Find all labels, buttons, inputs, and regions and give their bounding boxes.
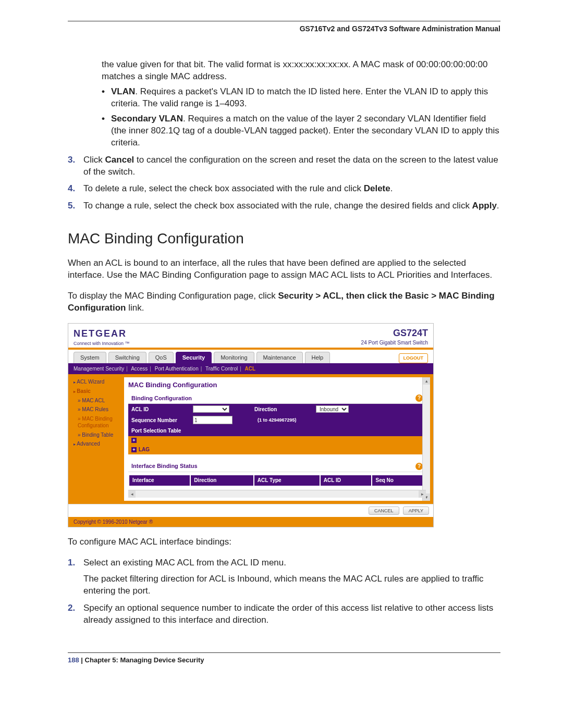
col-seq-no: Seq No — [372, 475, 425, 486]
direction-label: Direction — [254, 406, 312, 413]
after-step-2: Specify an optional sequence number to i… — [83, 602, 500, 626]
subnav-traffic-control[interactable]: Traffic Control — [205, 366, 238, 372]
bullet-icon: • — [102, 113, 111, 149]
scroll-up-icon[interactable]: ▴ — [423, 377, 430, 385]
acl-id-select[interactable] — [193, 405, 229, 413]
binding-config-title: Binding Configuration — [131, 394, 192, 402]
step-5-text: To change a rule, select the check box a… — [83, 200, 500, 212]
apply-button[interactable]: APPLY — [403, 507, 429, 515]
after-step-1: Select an existing MAC ACL from the ACL … — [83, 557, 500, 569]
manual-header: GS716Tv2 and GS724Tv3 Software Administr… — [68, 24, 500, 33]
model-name: GS724T — [361, 327, 428, 339]
model-sub: 24 Port Gigabit Smart Switch — [361, 339, 428, 347]
scroll-right-icon[interactable]: ▸ — [419, 490, 426, 498]
interface-binding-status-title: Interface Binding Status — [131, 462, 198, 470]
col-acl-id: ACL ID — [321, 475, 372, 486]
subnav-mgmt-security[interactable]: Management Security — [74, 366, 124, 372]
plus-icon[interactable]: + — [131, 447, 137, 452]
bullet-vlan: VLAN. Requires a packet's VLAN ID to mat… — [111, 86, 500, 110]
vlan-text: . Requires a packet's VLAN ID to match t… — [111, 87, 488, 108]
direction-select[interactable]: Inbound — [316, 405, 349, 413]
sidebar-acl-wizard[interactable]: ACL Wizard — [71, 377, 121, 387]
embedded-screenshot: NETGEAR Connect with Innovation ™ GS724T… — [68, 323, 434, 527]
port-row-expand[interactable]: + — [128, 436, 426, 445]
brand-tagline: Connect with Innovation ™ — [74, 340, 130, 347]
help-icon[interactable]: ? — [415, 463, 423, 470]
step-3-text: Click Cancel to cancel the configuration… — [83, 154, 500, 178]
tab-switching[interactable]: Switching — [108, 352, 146, 363]
bullet-icon: • — [102, 86, 111, 110]
lag-label: LAG — [139, 446, 150, 453]
sequence-range: (1 to 4294967295) — [258, 417, 297, 423]
vlan-label: VLAN — [111, 87, 135, 96]
sequence-number-label: Sequence Number — [131, 417, 189, 424]
sidebar-mac-rules[interactable]: » MAC Rules — [71, 405, 121, 414]
panel-title: MAC Binding Configuration — [128, 380, 426, 390]
page-footer: 188 | Chapter 5: Managing Device Securit… — [68, 652, 500, 664]
step-number-4: 4. — [68, 183, 83, 195]
port-selection-table-title: Port Selection Table — [128, 426, 426, 436]
vertical-scrollbar[interactable]: ▴ ▾ — [422, 377, 430, 501]
acl-id-label: ACL ID — [131, 406, 189, 413]
sidebar-basic[interactable]: Basic — [71, 387, 121, 396]
tab-monitoring[interactable]: Monitoring — [214, 352, 254, 363]
step-number-3: 3. — [68, 154, 83, 178]
section-nav: To display the MAC Binding Configuration… — [68, 290, 500, 314]
footer-sep: | — [79, 656, 85, 664]
sequence-number-input[interactable] — [193, 416, 232, 424]
tab-security[interactable]: Security — [176, 352, 212, 363]
tab-maintenance[interactable]: Maintenance — [256, 352, 303, 363]
chapter-title: Chapter 5: Managing Device Security — [85, 656, 204, 664]
section-intro: When an ACL is bound to an interface, al… — [68, 257, 500, 281]
sidebar-mac-acl[interactable]: » MAC ACL — [71, 396, 121, 405]
sidebar-binding-table[interactable]: » Binding Table — [71, 430, 121, 440]
subnav-access[interactable]: Access — [131, 366, 148, 372]
sidebar-advanced[interactable]: Advanced — [71, 439, 121, 449]
after-step-1-sub: The packet filtering direction for ACL i… — [83, 573, 500, 597]
logout-button[interactable]: LOGOUT — [399, 353, 429, 363]
horizontal-scrollbar[interactable]: ◂ ▸ — [128, 490, 426, 498]
port-row-lag[interactable]: + LAG — [128, 445, 426, 455]
cancel-button[interactable]: CANCEL — [369, 507, 399, 515]
scroll-left-icon[interactable]: ◂ — [128, 490, 136, 498]
col-acl-type: ACL Type — [254, 475, 320, 486]
sidebar-mac-binding-config[interactable]: » MAC Binding Configuration — [71, 414, 121, 430]
tab-qos[interactable]: QoS — [149, 352, 174, 363]
after-intro: To configure MAC ACL interface bindings: — [68, 536, 500, 548]
tab-help[interactable]: Help — [305, 352, 331, 363]
subnav-port-auth[interactable]: Port Authentication — [155, 366, 199, 372]
page-number: 188 — [68, 656, 79, 664]
step-number-5: 5. — [68, 200, 83, 212]
copyright: Copyright © 1996-2010 Netgear ® — [68, 517, 433, 527]
after-step-1-num: 1. — [68, 557, 83, 597]
svlan-label: Secondary VLAN — [111, 114, 183, 124]
section-heading: MAC Binding Configuration — [68, 229, 500, 249]
bullet-secondary-vlan: Secondary VLAN. Requires a match on the … — [111, 113, 500, 149]
step-4-text: To delete a rule, select the check box a… — [83, 183, 500, 195]
brand-logo: NETGEAR — [74, 327, 130, 340]
tab-system[interactable]: System — [74, 352, 106, 363]
interface-binding-status-table: Interface Direction ACL Type ACL ID Seq … — [128, 474, 426, 487]
after-step-2-num: 2. — [68, 602, 83, 626]
col-interface: Interface — [129, 475, 190, 486]
help-icon[interactable]: ? — [415, 394, 423, 402]
col-direction: Direction — [191, 475, 253, 486]
subnav-acl[interactable]: ACL — [245, 366, 256, 372]
continuation-mac-mask: the value given for that bit. The valid … — [102, 59, 500, 83]
subnav-bar: Management Security| Access| Port Authen… — [68, 363, 433, 375]
plus-icon[interactable]: + — [131, 438, 137, 443]
